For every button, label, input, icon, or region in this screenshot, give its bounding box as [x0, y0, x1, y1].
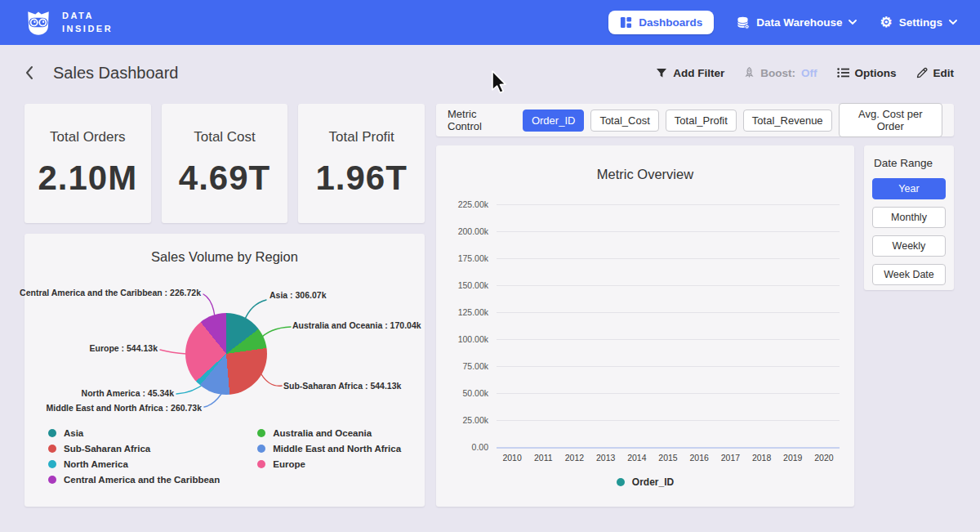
legend-item-central-america-caribbean[interactable]: Central America and the Caribbean	[48, 475, 220, 485]
metric-button-total-cost[interactable]: Total_Cost	[590, 110, 658, 132]
nav-settings-label: Settings	[899, 16, 942, 29]
edit-pencil-icon	[916, 67, 928, 78]
boost-toggle[interactable]: Boost: Off	[744, 67, 817, 79]
brand-logo[interactable]: DATA INSIDER	[24, 9, 113, 37]
boost-label: Boost:	[760, 67, 795, 79]
pie-callout-europe: Europe : 544.13k	[90, 343, 158, 353]
x-tick-label: 2010	[502, 453, 521, 463]
kpi-value: 4.69T	[162, 159, 288, 198]
metric-control-label: Metric Control	[448, 108, 508, 132]
legend-item-australia-oceania[interactable]: Australia and Oceania	[257, 428, 401, 438]
nav-settings[interactable]: ⚙ Settings	[880, 16, 957, 29]
bar-legend-dot	[617, 478, 625, 486]
legend-dot	[257, 429, 265, 437]
legend-item-north-america[interactable]: North America	[48, 459, 220, 469]
bar-chart-legend[interactable]: Order_ID	[451, 476, 840, 488]
x-tick-label: 2018	[752, 453, 771, 463]
x-tick-label: 2020	[814, 453, 833, 463]
rocket-icon	[744, 67, 755, 78]
add-filter-button[interactable]: Add Filter	[656, 67, 724, 79]
kpi-total-profit: Total Profit 1.96T	[298, 104, 425, 223]
metric-button-avg-cost-per-order[interactable]: Avg. Cost per Order	[839, 103, 942, 137]
edit-button[interactable]: Edit	[916, 67, 955, 79]
date-range-panel: Date Range Year Monthly Weekly Week Date	[864, 145, 954, 290]
date-range-weekly-button[interactable]: Weekly	[872, 235, 946, 257]
pie-chart-card: Sales Volume by Region Asia : 306.07k Au…	[24, 234, 425, 507]
legend-dot	[257, 460, 265, 468]
legend-item-sub-saharan-africa[interactable]: Sub-Saharan Africa	[48, 444, 220, 454]
page-title: Sales Dashboard	[53, 64, 178, 83]
date-range-label: Date Range	[874, 157, 946, 169]
kpi-row: Total Orders 2.10M Total Cost 4.69T Tota…	[24, 104, 425, 223]
pie-chart[interactable]	[185, 313, 267, 395]
pie-callout-sub-saharan-africa: Sub-Saharan Africa : 544.13k	[283, 381, 401, 391]
y-tick-label: 25.00k	[462, 415, 488, 425]
x-tick-label: 2012	[565, 453, 584, 463]
legend-dot	[48, 460, 56, 468]
owl-logo-icon	[24, 9, 52, 37]
legend-item-europe[interactable]: Europe	[257, 459, 401, 469]
x-tick-label: 2015	[658, 453, 677, 463]
kpi-total-orders: Total Orders 2.10M	[24, 104, 151, 223]
options-button[interactable]: Options	[837, 67, 897, 79]
gridline	[497, 447, 840, 449]
filter-funnel-icon	[656, 68, 667, 78]
bar-legend-label: Order_ID	[632, 476, 674, 488]
metric-button-total-revenue[interactable]: Total_Revenue	[743, 110, 832, 132]
y-tick-label: 200.00k	[458, 226, 488, 236]
kpi-label: Total Orders	[24, 129, 151, 145]
back-chevron-icon[interactable]	[24, 65, 34, 80]
legend-dot	[48, 429, 56, 437]
pie-callout-north-america: North America : 45.34k	[82, 388, 174, 398]
y-tick-label: 225.00k	[458, 199, 488, 209]
kpi-label: Total Cost	[162, 129, 288, 145]
bar-plot	[497, 204, 840, 447]
y-tick-label: 150.00k	[458, 280, 488, 290]
brand-text: DATA INSIDER	[62, 10, 113, 36]
y-tick-label: 50.00k	[462, 388, 488, 398]
legend-dot	[48, 476, 56, 484]
y-tick-label: 0.00	[472, 442, 488, 452]
bar-chart-x-axis: 2010201120122013201420152016201720182019…	[497, 453, 840, 463]
x-tick-label: 2011	[534, 453, 553, 463]
legend-dot	[48, 445, 56, 453]
topbar: DATA INSIDER Dashboards Data Warehouse	[0, 0, 980, 45]
bar-chart-card: Metric Overview 225.00k200.00k175.00k150…	[436, 145, 854, 507]
date-range-monthly-button[interactable]: Monthly	[872, 207, 946, 228]
x-tick-label: 2019	[783, 453, 802, 463]
metric-control-bar: Metric Control Order_ID Total_Cost Total…	[436, 104, 954, 136]
legend-dot	[257, 445, 265, 453]
date-range-year-button[interactable]: Year	[872, 178, 946, 199]
subheader: Sales Dashboard Add Filter Boost: Off Op	[0, 45, 980, 101]
bar-chart-y-axis: 225.00k200.00k175.00k150.00k125.00k100.0…	[451, 204, 497, 447]
topbar-nav: Dashboards Data Warehouse ⚙ Settings	[608, 11, 957, 34]
kpi-label: Total Profit	[298, 129, 425, 145]
pie-chart-title: Sales Volume by Region	[24, 234, 425, 265]
metric-button-order-id[interactable]: Order_ID	[523, 110, 584, 132]
legend-item-asia[interactable]: Asia	[48, 428, 220, 438]
x-tick-label: 2016	[690, 453, 709, 463]
kpi-value: 2.10M	[24, 159, 151, 198]
pie-callout-australia-oceania: Australia and Oceania : 170.04k	[292, 320, 421, 330]
nav-dashboards-button[interactable]: Dashboards	[608, 11, 714, 34]
legend-item-middle-east-north-africa[interactable]: Middle East and North Africa	[257, 444, 401, 454]
options-list-icon	[837, 68, 849, 78]
y-tick-label: 75.00k	[462, 361, 488, 371]
pie-callout-asia: Asia : 306.07k	[270, 290, 326, 300]
boost-value: Off	[801, 67, 817, 79]
date-range-week-date-button[interactable]: Week Date	[872, 264, 946, 285]
bars-row	[497, 204, 840, 447]
y-tick-label: 175.00k	[458, 253, 488, 263]
main-content: Total Orders 2.10M Total Cost 4.69T Tota…	[0, 101, 980, 507]
nav-data-warehouse[interactable]: Data Warehouse	[737, 16, 857, 29]
dashboard-grid-icon	[620, 16, 632, 29]
bar-chart-title: Metric Overview	[451, 167, 840, 182]
y-tick-label: 100.00k	[458, 334, 488, 344]
x-tick-label: 2014	[627, 453, 646, 463]
pie-callout-middle-east-north-africa: Middle East and North Africa : 260.73k	[47, 403, 202, 413]
metric-button-total-profit[interactable]: Total_Profit	[666, 110, 737, 132]
kpi-total-cost: Total Cost 4.69T	[162, 104, 288, 223]
nav-data-warehouse-label: Data Warehouse	[756, 16, 842, 29]
nav-dashboards-label: Dashboards	[639, 16, 702, 29]
kpi-value: 1.96T	[298, 159, 425, 198]
